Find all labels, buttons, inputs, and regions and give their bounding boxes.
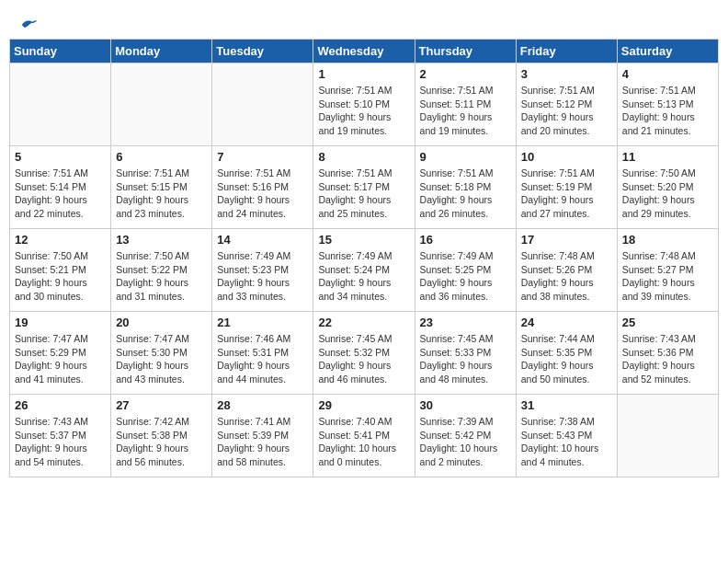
day-number: 8 (318, 150, 409, 164)
calendar-cell: 1Sunrise: 7:51 AM Sunset: 5:10 PM Daylig… (313, 63, 415, 146)
header (9, 9, 719, 39)
day-info: Sunrise: 7:51 AM Sunset: 5:18 PM Dayligh… (420, 167, 511, 221)
day-info: Sunrise: 7:46 AM Sunset: 5:31 PM Dayligh… (217, 332, 308, 386)
day-number: 2 (420, 67, 511, 81)
day-info: Sunrise: 7:49 AM Sunset: 5:24 PM Dayligh… (318, 249, 409, 304)
day-number: 7 (217, 150, 308, 164)
day-info: Sunrise: 7:48 AM Sunset: 5:27 PM Dayligh… (622, 249, 713, 304)
day-info: Sunrise: 7:51 AM Sunset: 5:11 PM Dayligh… (420, 84, 511, 138)
calendar-cell: 25Sunrise: 7:43 AM Sunset: 5:36 PM Dayli… (617, 312, 718, 395)
calendar-cell (617, 395, 718, 477)
calendar-cell: 18Sunrise: 7:48 AM Sunset: 5:27 PM Dayli… (617, 229, 718, 312)
day-info: Sunrise: 7:48 AM Sunset: 5:26 PM Dayligh… (521, 249, 612, 304)
logo (18, 17, 39, 33)
day-info: Sunrise: 7:51 AM Sunset: 5:15 PM Dayligh… (116, 167, 207, 221)
calendar-cell: 19Sunrise: 7:47 AM Sunset: 5:29 PM Dayli… (10, 312, 111, 395)
day-number: 9 (420, 150, 511, 164)
week-row-2: 5Sunrise: 7:51 AM Sunset: 5:14 PM Daylig… (10, 146, 719, 229)
weekday-header-saturday: Saturday (617, 40, 718, 63)
calendar-cell: 11Sunrise: 7:50 AM Sunset: 5:20 PM Dayli… (617, 146, 718, 229)
week-row-1: 1Sunrise: 7:51 AM Sunset: 5:10 PM Daylig… (10, 63, 719, 146)
day-number: 29 (318, 398, 409, 412)
day-info: Sunrise: 7:45 AM Sunset: 5:33 PM Dayligh… (420, 332, 511, 386)
day-number: 17 (521, 233, 612, 247)
day-info: Sunrise: 7:49 AM Sunset: 5:23 PM Dayligh… (217, 249, 308, 304)
week-row-5: 26Sunrise: 7:43 AM Sunset: 5:37 PM Dayli… (10, 395, 719, 477)
calendar-cell: 16Sunrise: 7:49 AM Sunset: 5:25 PM Dayli… (415, 229, 516, 312)
day-number: 26 (15, 398, 106, 412)
week-row-4: 19Sunrise: 7:47 AM Sunset: 5:29 PM Dayli… (10, 312, 719, 395)
weekday-header-sunday: Sunday (10, 40, 111, 63)
calendar-cell: 15Sunrise: 7:49 AM Sunset: 5:24 PM Dayli… (313, 229, 415, 312)
day-number: 3 (521, 67, 612, 81)
calendar-cell: 17Sunrise: 7:48 AM Sunset: 5:26 PM Dayli… (516, 229, 617, 312)
calendar-cell: 24Sunrise: 7:44 AM Sunset: 5:35 PM Dayli… (516, 312, 617, 395)
day-number: 25 (622, 316, 713, 329)
day-number: 27 (116, 398, 207, 412)
calendar-cell: 14Sunrise: 7:49 AM Sunset: 5:23 PM Dayli… (212, 229, 313, 312)
calendar-cell: 2Sunrise: 7:51 AM Sunset: 5:11 PM Daylig… (415, 63, 516, 146)
weekday-header-monday: Monday (111, 40, 212, 63)
day-number: 19 (15, 316, 106, 329)
calendar-cell: 10Sunrise: 7:51 AM Sunset: 5:19 PM Dayli… (516, 146, 617, 229)
calendar-cell: 3Sunrise: 7:51 AM Sunset: 5:12 PM Daylig… (516, 63, 617, 146)
day-number: 20 (116, 316, 207, 329)
calendar-cell: 12Sunrise: 7:50 AM Sunset: 5:21 PM Dayli… (10, 229, 111, 312)
calendar-cell: 5Sunrise: 7:51 AM Sunset: 5:14 PM Daylig… (10, 146, 111, 229)
day-number: 11 (622, 150, 713, 164)
day-number: 14 (217, 233, 308, 247)
day-info: Sunrise: 7:43 AM Sunset: 5:37 PM Dayligh… (15, 415, 106, 469)
day-number: 22 (318, 316, 409, 329)
calendar-cell: 21Sunrise: 7:46 AM Sunset: 5:31 PM Dayli… (212, 312, 313, 395)
day-number: 24 (521, 316, 612, 329)
day-number: 13 (116, 233, 207, 247)
calendar-cell: 29Sunrise: 7:40 AM Sunset: 5:41 PM Dayli… (313, 395, 415, 477)
calendar-cell: 4Sunrise: 7:51 AM Sunset: 5:13 PM Daylig… (617, 63, 718, 146)
calendar-cell: 13Sunrise: 7:50 AM Sunset: 5:22 PM Dayli… (111, 229, 212, 312)
day-number: 31 (521, 398, 612, 412)
calendar-cell: 30Sunrise: 7:39 AM Sunset: 5:42 PM Dayli… (415, 395, 516, 477)
day-info: Sunrise: 7:49 AM Sunset: 5:25 PM Dayligh… (420, 249, 511, 304)
calendar-table: SundayMondayTuesdayWednesdayThursdayFrid… (9, 39, 719, 477)
calendar-cell: 28Sunrise: 7:41 AM Sunset: 5:39 PM Dayli… (212, 395, 313, 477)
calendar-cell: 8Sunrise: 7:51 AM Sunset: 5:17 PM Daylig… (313, 146, 415, 229)
calendar-cell: 27Sunrise: 7:42 AM Sunset: 5:38 PM Dayli… (111, 395, 212, 477)
calendar-cell: 6Sunrise: 7:51 AM Sunset: 5:15 PM Daylig… (111, 146, 212, 229)
day-number: 4 (622, 67, 713, 81)
day-number: 6 (116, 150, 207, 164)
day-info: Sunrise: 7:47 AM Sunset: 5:30 PM Dayligh… (116, 332, 207, 386)
calendar-cell: 26Sunrise: 7:43 AM Sunset: 5:37 PM Dayli… (10, 395, 111, 477)
day-number: 10 (521, 150, 612, 164)
day-info: Sunrise: 7:40 AM Sunset: 5:41 PM Dayligh… (318, 415, 409, 469)
day-info: Sunrise: 7:51 AM Sunset: 5:19 PM Dayligh… (521, 167, 612, 221)
day-number: 12 (15, 233, 106, 247)
day-info: Sunrise: 7:51 AM Sunset: 5:16 PM Dayligh… (217, 167, 308, 221)
day-number: 23 (420, 316, 511, 329)
calendar-cell: 22Sunrise: 7:45 AM Sunset: 5:32 PM Dayli… (313, 312, 415, 395)
day-number: 15 (318, 233, 409, 247)
calendar-cell (111, 63, 212, 146)
day-info: Sunrise: 7:38 AM Sunset: 5:43 PM Dayligh… (521, 415, 612, 469)
day-info: Sunrise: 7:45 AM Sunset: 5:32 PM Dayligh… (318, 332, 409, 386)
day-info: Sunrise: 7:51 AM Sunset: 5:12 PM Dayligh… (521, 84, 612, 138)
calendar-cell: 23Sunrise: 7:45 AM Sunset: 5:33 PM Dayli… (415, 312, 516, 395)
day-number: 28 (217, 398, 308, 412)
day-info: Sunrise: 7:51 AM Sunset: 5:13 PM Dayligh… (622, 84, 713, 138)
day-info: Sunrise: 7:51 AM Sunset: 5:10 PM Dayligh… (318, 84, 409, 138)
day-number: 21 (217, 316, 308, 329)
day-number: 1 (318, 67, 409, 81)
calendar-cell: 31Sunrise: 7:38 AM Sunset: 5:43 PM Dayli… (516, 395, 617, 477)
calendar-cell: 20Sunrise: 7:47 AM Sunset: 5:30 PM Dayli… (111, 312, 212, 395)
day-info: Sunrise: 7:43 AM Sunset: 5:36 PM Dayligh… (622, 332, 713, 386)
day-info: Sunrise: 7:50 AM Sunset: 5:21 PM Dayligh… (15, 249, 106, 304)
calendar-cell: 9Sunrise: 7:51 AM Sunset: 5:18 PM Daylig… (415, 146, 516, 229)
day-info: Sunrise: 7:39 AM Sunset: 5:42 PM Dayligh… (420, 415, 511, 469)
week-row-3: 12Sunrise: 7:50 AM Sunset: 5:21 PM Dayli… (10, 229, 719, 312)
day-number: 30 (420, 398, 511, 412)
day-number: 18 (622, 233, 713, 247)
day-info: Sunrise: 7:47 AM Sunset: 5:29 PM Dayligh… (15, 332, 106, 386)
weekday-header-friday: Friday (516, 40, 617, 63)
day-info: Sunrise: 7:42 AM Sunset: 5:38 PM Dayligh… (116, 415, 207, 469)
weekday-header-tuesday: Tuesday (212, 40, 313, 63)
weekday-header-row: SundayMondayTuesdayWednesdayThursdayFrid… (10, 40, 719, 63)
